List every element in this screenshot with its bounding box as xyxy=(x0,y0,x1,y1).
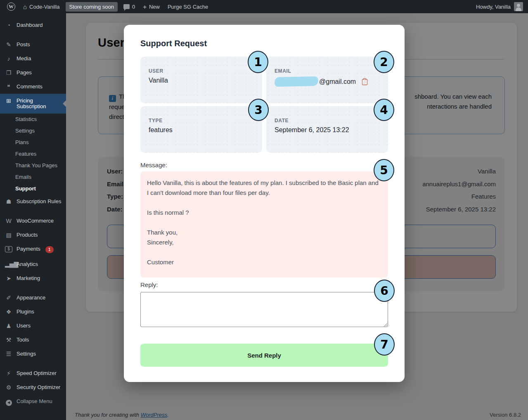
speed-icon: ⚡ xyxy=(5,370,12,376)
sidebar-item-label: Payments xyxy=(17,246,40,252)
sidebar-item-dashboard[interactable]: ◔Dashboard xyxy=(0,18,66,32)
shield-icon: ☗ xyxy=(5,199,12,204)
wordpress-logo-menu[interactable]: W xyxy=(5,2,17,11)
send-reply-button[interactable]: Send Reply xyxy=(140,344,388,367)
email-field-card: EMAIL @gmail.com xyxy=(266,57,388,103)
sidebar-item-posts[interactable]: ✎Posts xyxy=(0,38,66,52)
email-domain: @gmail.com xyxy=(319,78,356,85)
sidebar-subitem-support[interactable]: Support xyxy=(0,183,66,195)
woocommerce-icon: W xyxy=(5,218,12,224)
admin-bar: W ⌂ Code-Vanilla Store coming soon 0 + N… xyxy=(0,0,528,13)
sidebar-item-pricing-subscription[interactable]: ⊞Pricing Subscription xyxy=(0,94,66,114)
annotation-badge-6: 6 xyxy=(374,280,395,302)
sidebar-item-security-optimizer[interactable]: ⚙Security Optimizer xyxy=(0,380,66,394)
sidebar-item-label: Security Optimizer xyxy=(17,384,60,390)
pages-icon: ❐ xyxy=(5,70,12,76)
date-field-card: DATE September 6, 2025 13:22 xyxy=(266,106,388,153)
megaphone-icon: ➤ xyxy=(5,275,12,281)
type-field-card: TYPE features xyxy=(140,106,262,153)
collapse-icon: ◀ xyxy=(5,399,12,406)
plus-icon: + xyxy=(143,3,147,10)
howdy-account-menu[interactable]: Howdy, Vanilla xyxy=(476,4,511,10)
sidebar-item-label: Products xyxy=(17,232,38,238)
copy-email-icon[interactable] xyxy=(362,78,368,85)
annotation-badge-3: 3 xyxy=(248,99,269,121)
sidebar-item-users[interactable]: ♟Users xyxy=(0,319,66,333)
sidebar-subitem-emails[interactable]: Emails xyxy=(0,171,66,183)
sidebar-subitem-thank-you-pages[interactable]: Thank You Pages xyxy=(0,160,66,171)
dollar-icon: $ xyxy=(5,246,12,252)
reply-label: Reply: xyxy=(140,281,388,289)
pin-icon: ✎ xyxy=(5,42,12,47)
tools-icon: ⚒ xyxy=(5,337,12,343)
reply-textarea[interactable] xyxy=(140,292,388,327)
sidebar-item-payments[interactable]: $Payments1 xyxy=(0,242,66,257)
sidebar-item-woocommerce[interactable]: WWooCommerce xyxy=(0,214,66,228)
sidebar-item-media[interactable]: ♪Media xyxy=(0,52,66,66)
gear-lock-icon: ⚙ xyxy=(5,384,12,390)
email-field-label: EMAIL xyxy=(275,68,380,74)
message-label: Message: xyxy=(140,161,388,169)
sidebar-item-marketing[interactable]: ➤Marketing xyxy=(0,271,66,285)
modal-title: Support Request xyxy=(140,38,388,49)
sidebar-subitem-settings-sub[interactable]: Settings xyxy=(0,125,66,137)
sidebar-subitem-features[interactable]: Features xyxy=(0,148,66,160)
sidebar-item-pages[interactable]: ❐Pages xyxy=(0,66,66,80)
purge-label: Purge SG Cache xyxy=(168,4,208,10)
sidebar-item-label: Comments xyxy=(17,84,43,90)
sidebar-subitem-plans[interactable]: Plans xyxy=(0,137,66,148)
menu-separator xyxy=(0,285,66,291)
wordpress-logo-icon: W xyxy=(7,2,15,11)
sidebar-subitem-statistics[interactable]: Statistics xyxy=(0,114,66,125)
user-field-label: USER xyxy=(149,68,254,74)
cart-icon: ⊞ xyxy=(5,98,12,104)
email-redaction-blob xyxy=(275,76,318,87)
user-field-value: Vanilla xyxy=(149,77,254,84)
sidebar-item-settings[interactable]: ☰Settings xyxy=(0,347,66,361)
user-field-card: USER Vanilla xyxy=(140,57,262,103)
annotation-badge-4: 4 xyxy=(374,99,394,121)
sidebar-item-analytics[interactable]: ▂▅▇Analytics xyxy=(0,257,66,271)
sidebar-item-tools[interactable]: ⚒Tools xyxy=(0,333,66,347)
sidebar-item-products[interactable]: ▤Products xyxy=(0,228,66,242)
date-field-value: September 6, 2025 13:22 xyxy=(275,126,380,134)
user-avatar[interactable] xyxy=(514,2,523,11)
menu-separator xyxy=(0,32,66,38)
annotation-badge-7: 7 xyxy=(374,333,395,356)
site-name: Code-Vanilla xyxy=(29,4,59,10)
box-icon: ▤ xyxy=(5,232,12,238)
sliders-icon: ☰ xyxy=(5,351,12,357)
site-link[interactable]: ⌂ Code-Vanilla xyxy=(21,4,62,10)
menu-separator xyxy=(0,209,66,214)
sidebar-item-label: Analytics xyxy=(17,261,38,267)
sidebar-item-speed-optimizer[interactable]: ⚡Speed Optimizer xyxy=(0,366,66,380)
sidebar-item-label: Plugins xyxy=(17,309,34,315)
home-icon: ⌂ xyxy=(23,4,27,10)
sidebar-item-label: Media xyxy=(17,56,31,62)
comments-count: 0 xyxy=(132,4,135,10)
sidebar-item-label: Users xyxy=(17,323,31,329)
message-text: Hello Vanilla, this is about the feature… xyxy=(140,171,388,278)
sidebar-item-label: Tools xyxy=(17,337,29,343)
sidebar-item-collapse-menu[interactable]: ◀Collapse Menu xyxy=(0,394,66,410)
user-icon: ♟ xyxy=(5,323,12,329)
sidebar-item-subscription-rules[interactable]: ☗Subscription Rules xyxy=(0,195,66,209)
sidebar-item-label: Pages xyxy=(17,70,32,76)
store-coming-soon-badge: Store coming soon xyxy=(66,2,118,12)
sidebar-item-plugins[interactable]: ❖Plugins xyxy=(0,305,66,319)
email-field-value: @gmail.com xyxy=(275,77,380,86)
dashboard-icon: ◔ xyxy=(5,22,12,28)
new-content-menu[interactable]: + New xyxy=(141,3,162,10)
sidebar-item-appearance[interactable]: ✐Appearance xyxy=(0,291,66,305)
sidebar-item-label: Appearance xyxy=(17,295,45,301)
sidebar-item-comments[interactable]: ❝Comments xyxy=(0,80,66,94)
comment-bubble-icon xyxy=(123,4,130,9)
comment-icon: ❝ xyxy=(5,84,12,90)
annotation-badge-5: 5 xyxy=(374,159,394,181)
sidebar-item-label: Pricing Subscription xyxy=(17,98,62,109)
sidebar-item-label: Collapse Menu xyxy=(17,399,52,404)
comments-shortcut[interactable]: 0 xyxy=(121,4,137,10)
purge-sg-cache-button[interactable]: Purge SG Cache xyxy=(166,4,210,10)
brush-icon: ✐ xyxy=(5,295,12,301)
sidebar-item-label: Settings xyxy=(17,351,36,357)
